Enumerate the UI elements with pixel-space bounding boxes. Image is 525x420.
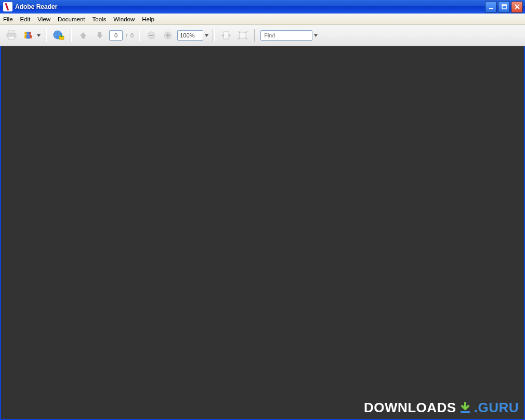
separator	[45, 29, 47, 42]
upload-button[interactable]	[51, 28, 65, 43]
menu-help[interactable]: Help	[142, 16, 154, 22]
watermark-text-left: DOWNLOADS	[364, 400, 456, 416]
prev-page-button[interactable]	[76, 28, 90, 43]
svg-point-25	[246, 38, 247, 40]
svg-rect-3	[8, 31, 15, 33]
svg-point-22	[238, 31, 239, 32]
fit-page-icon	[238, 31, 248, 40]
svg-point-23	[246, 31, 247, 32]
globe-upload-icon	[52, 30, 64, 41]
menu-edit[interactable]: Edit	[20, 16, 31, 22]
printer-icon	[6, 30, 17, 41]
page-separator: /	[125, 32, 128, 38]
menubar: File Edit View Document Tools Window Hel…	[0, 14, 525, 25]
svg-rect-19	[167, 33, 168, 37]
next-page-button[interactable]	[93, 28, 107, 43]
svg-point-24	[238, 38, 239, 40]
find-dropdown[interactable]	[313, 28, 318, 43]
app-window: Adobe Reader File Edit View Document Too…	[0, 0, 525, 420]
page-number-input[interactable]: 0	[109, 30, 123, 41]
menu-file[interactable]: File	[3, 16, 13, 22]
find-textbox[interactable]	[263, 32, 312, 39]
minimize-button[interactable]	[485, 1, 497, 13]
separator	[70, 29, 72, 42]
separator	[138, 29, 140, 42]
collaborate-icon	[22, 30, 34, 41]
window-controls	[485, 1, 523, 13]
watermark: DOWNLOADS .GURU	[364, 400, 519, 416]
menu-tools[interactable]: Tools	[93, 16, 107, 22]
svg-rect-20	[224, 32, 229, 39]
fit-width-button[interactable]	[219, 28, 233, 43]
svg-rect-2	[502, 5, 506, 6]
arrow-down-icon	[95, 31, 104, 40]
menu-window[interactable]: Window	[113, 16, 135, 22]
collaborate-dropdown[interactable]	[36, 28, 41, 43]
maximize-button[interactable]	[498, 1, 510, 13]
titlebar: Adobe Reader	[0, 0, 525, 14]
zoom-in-button[interactable]	[161, 28, 175, 43]
zoom-out-button[interactable]	[144, 28, 159, 43]
adobe-reader-icon	[3, 2, 12, 11]
fit-page-button[interactable]	[235, 28, 250, 43]
separator	[213, 29, 215, 42]
download-arrow-icon	[457, 401, 473, 415]
menu-view[interactable]: View	[37, 16, 50, 22]
collaborate-button[interactable]	[21, 28, 35, 43]
svg-point-10	[27, 32, 30, 35]
watermark-text-right: .GURU	[474, 400, 519, 416]
menu-document[interactable]: Document	[58, 16, 85, 22]
zoom-dropdown[interactable]	[204, 28, 208, 43]
arrow-up-icon	[78, 31, 88, 40]
minus-circle-icon	[147, 31, 156, 40]
fit-width-icon	[221, 31, 231, 40]
svg-rect-11	[27, 35, 30, 39]
find-input[interactable]	[260, 30, 312, 41]
close-button[interactable]	[511, 1, 523, 13]
svg-rect-0	[489, 8, 493, 9]
separator	[254, 29, 256, 42]
page-total: 0	[130, 32, 134, 38]
svg-rect-21	[240, 32, 246, 38]
zoom-input[interactable]: 100%	[177, 30, 203, 41]
svg-rect-5	[8, 36, 15, 40]
plus-circle-icon	[163, 31, 173, 40]
print-button[interactable]	[4, 28, 19, 43]
document-area	[0, 46, 525, 420]
toolbar: 0 / 0 100%	[0, 25, 525, 46]
window-title: Adobe Reader	[15, 3, 57, 10]
svg-rect-26	[461, 411, 470, 413]
svg-rect-16	[149, 35, 153, 36]
